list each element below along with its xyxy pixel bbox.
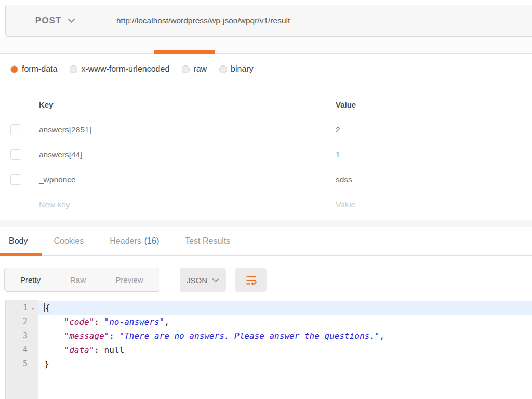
raw-button[interactable]: Raw: [56, 275, 100, 284]
method-label: POST: [35, 16, 61, 26]
value-column-header: Value: [329, 92, 532, 117]
view-mode-segment: Pretty Raw Preview: [4, 268, 159, 292]
fold-caret-icon[interactable]: ▾: [28, 301, 38, 315]
line-number: 4: [6, 343, 38, 357]
checkbox-cell: [0, 167, 32, 192]
tab-body[interactable]: Body: [9, 236, 28, 246]
table-row: answers[2851] 2: [0, 117, 532, 142]
checkbox-cell: [0, 142, 32, 167]
tab-label: Test Results: [185, 236, 230, 246]
code-line: "message": "There are no answers. Please…: [38, 329, 532, 343]
chevron-down-icon: [68, 18, 75, 23]
key-cell[interactable]: _wpnonce: [32, 167, 329, 192]
checkbox-cell: [0, 192, 32, 217]
mode-binary[interactable]: binary: [219, 64, 254, 74]
text-cursor: [44, 303, 45, 312]
key-cell[interactable]: answers[2851]: [32, 117, 329, 142]
code-line: "code": "no-answers",: [38, 315, 532, 329]
checkbox-cell: [0, 117, 32, 142]
table-row: _wpnonce sdss: [0, 167, 532, 192]
url-field: [105, 5, 532, 36]
table-new-row: [0, 192, 532, 217]
line-number: 5: [6, 357, 38, 371]
table-header-row: Key Value: [0, 92, 532, 117]
row-checkbox[interactable]: [10, 174, 21, 185]
value-cell[interactable]: sdss: [329, 167, 532, 192]
tab-headers[interactable]: Headers (16): [110, 236, 159, 246]
row-checkbox[interactable]: [10, 149, 21, 160]
mode-label: form-data: [22, 64, 57, 74]
tab-cookies[interactable]: Cookies: [54, 236, 84, 246]
code-line: }: [38, 357, 532, 371]
line-number: 2: [6, 315, 38, 329]
response-view-bar: Pretty Raw Preview JSON: [0, 256, 532, 300]
active-request-tab-indicator: [154, 50, 215, 54]
preview-button[interactable]: Preview: [100, 275, 159, 284]
code-line: {: [38, 301, 532, 315]
wrap-text-icon: [244, 273, 258, 287]
tab-label: Cookies: [54, 236, 84, 246]
radio-icon[interactable]: [219, 65, 227, 73]
wrap-text-button[interactable]: [235, 268, 267, 292]
mode-label: binary: [231, 64, 254, 74]
chevron-down-icon: [212, 278, 219, 283]
radio-icon[interactable]: [70, 65, 77, 73]
headers-count-badge: (16): [144, 236, 159, 246]
value-cell[interactable]: 1: [329, 142, 532, 167]
table-row: answers[44] 1: [0, 142, 532, 167]
language-select[interactable]: JSON: [180, 268, 226, 292]
method-select[interactable]: POST: [6, 5, 105, 36]
response-body-editor[interactable]: 1▾ 2 3 4 5 { "code": "no-answers", "mess…: [0, 300, 532, 399]
tab-label: Headers: [110, 236, 141, 246]
mode-raw[interactable]: raw: [182, 64, 207, 74]
radio-selected-icon[interactable]: [10, 65, 18, 73]
body-mode-selector: form-data x-www-form-urlencoded raw bina…: [0, 54, 532, 84]
header-checkbox-cell: [0, 92, 32, 117]
mode-label: x-www-form-urlencoded: [81, 64, 169, 74]
mode-form-data[interactable]: form-data: [10, 64, 57, 74]
row-checkbox[interactable]: [10, 124, 21, 135]
radio-icon[interactable]: [182, 65, 190, 73]
postman-window: POST form-data x-www-form-urlencoded raw…: [0, 0, 532, 399]
request-tabs-strip: [0, 37, 532, 54]
key-cell[interactable]: answers[44]: [32, 142, 329, 167]
code-content: { "code": "no-answers", "message": "Ther…: [38, 301, 532, 371]
response-tabs: Body Cookies Headers (16) Test Results: [0, 227, 532, 256]
mode-label: raw: [193, 64, 207, 74]
mode-x-www-form-urlencoded[interactable]: x-www-form-urlencoded: [70, 64, 169, 74]
language-label: JSON: [187, 276, 207, 285]
new-key-cell: [32, 192, 329, 217]
code-line: "data": null: [38, 343, 532, 357]
pretty-button[interactable]: Pretty: [5, 275, 56, 284]
section-divider: [0, 220, 532, 227]
key-column-header: Key: [32, 92, 329, 117]
url-input[interactable]: [116, 16, 532, 25]
request-url-bar: POST: [5, 5, 532, 37]
new-value-input[interactable]: [336, 200, 522, 209]
tab-test-results[interactable]: Test Results: [185, 236, 230, 246]
form-data-table: Key Value answers[2851] 2 answers[44] 1 …: [0, 92, 532, 217]
line-number: 3: [6, 329, 38, 343]
new-key-input[interactable]: [39, 200, 314, 209]
value-cell[interactable]: 2: [329, 117, 532, 142]
new-value-cell: [329, 192, 532, 217]
line-number-gutter: 1▾ 2 3 4 5: [5, 300, 38, 399]
line-number: 1▾: [6, 301, 38, 315]
tab-label: Body: [9, 236, 28, 246]
